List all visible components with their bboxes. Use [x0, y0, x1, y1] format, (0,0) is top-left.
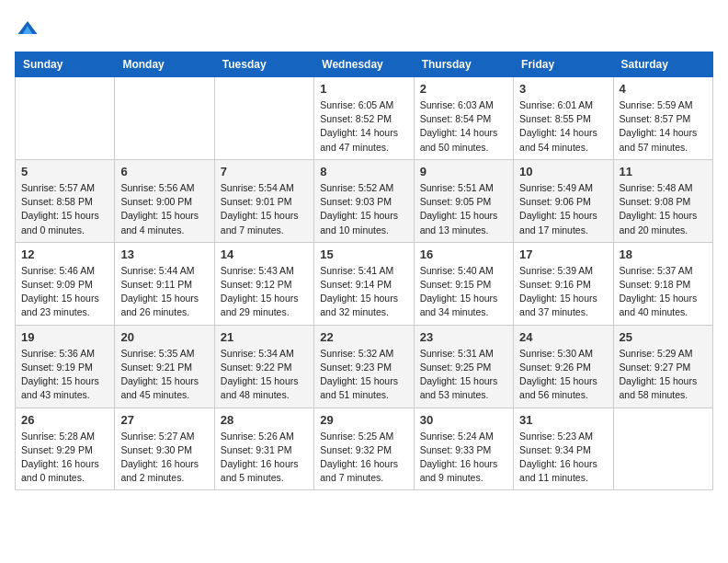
- day-number: 31: [519, 413, 607, 427]
- weekday-header: Wednesday: [314, 52, 414, 77]
- day-info: Sunrise: 5:59 AMSunset: 8:57 PMDaylight:…: [620, 98, 707, 155]
- day-info: Sunrise: 5:34 AMSunset: 9:22 PMDaylight:…: [221, 347, 308, 403]
- weekday-header: Thursday: [414, 52, 513, 77]
- calendar-cell: 2Sunrise: 6:03 AMSunset: 8:54 PMDaylight…: [414, 77, 513, 160]
- day-number: 4: [620, 82, 707, 96]
- calendar-cell: 23Sunrise: 5:31 AMSunset: 9:25 PMDayligh…: [414, 325, 513, 408]
- calendar-cell: 18Sunrise: 5:37 AMSunset: 9:18 PMDayligh…: [613, 242, 712, 325]
- day-info: Sunrise: 5:31 AMSunset: 9:25 PMDaylight:…: [420, 347, 507, 403]
- day-info: Sunrise: 5:28 AMSunset: 9:29 PMDaylight:…: [21, 430, 108, 486]
- day-number: 21: [221, 330, 308, 344]
- calendar-cell: 6Sunrise: 5:56 AMSunset: 9:00 PMDaylight…: [115, 159, 214, 242]
- day-number: 1: [320, 82, 407, 96]
- day-number: 17: [519, 247, 607, 261]
- day-number: 13: [120, 247, 208, 261]
- day-number: 3: [519, 82, 607, 96]
- calendar-cell: 15Sunrise: 5:41 AMSunset: 9:14 PMDayligh…: [314, 242, 414, 325]
- calendar-cell: 8Sunrise: 5:52 AMSunset: 9:03 PMDaylight…: [314, 159, 414, 242]
- day-number: 8: [320, 165, 407, 178]
- calendar-cell: [214, 77, 313, 160]
- day-number: 14: [221, 247, 308, 261]
- day-info: Sunrise: 5:39 AMSunset: 9:16 PMDaylight:…: [519, 264, 607, 320]
- calendar-cell: 11Sunrise: 5:48 AMSunset: 9:08 PMDayligh…: [613, 159, 712, 242]
- logo-icon: [15, 15, 40, 40]
- weekday-header: Monday: [115, 52, 214, 77]
- day-info: Sunrise: 6:03 AMSunset: 8:54 PMDaylight:…: [420, 98, 507, 155]
- day-number: 10: [519, 165, 607, 178]
- calendar-cell: 13Sunrise: 5:44 AMSunset: 9:11 PMDayligh…: [115, 242, 214, 325]
- day-info: Sunrise: 5:35 AMSunset: 9:21 PMDaylight:…: [120, 347, 208, 403]
- day-number: 9: [420, 165, 507, 178]
- weekday-header: Saturday: [613, 52, 712, 77]
- day-number: 5: [21, 165, 108, 178]
- day-number: 11: [620, 165, 707, 178]
- day-number: 30: [420, 413, 507, 427]
- day-info: Sunrise: 5:52 AMSunset: 9:03 PMDaylight:…: [320, 181, 407, 237]
- day-number: 6: [120, 165, 208, 178]
- calendar-cell: 7Sunrise: 5:54 AMSunset: 9:01 PMDaylight…: [214, 159, 313, 242]
- calendar-cell: 4Sunrise: 5:59 AMSunset: 8:57 PMDaylight…: [613, 77, 712, 160]
- day-number: 2: [420, 82, 507, 96]
- calendar-cell: 24Sunrise: 5:30 AMSunset: 9:26 PMDayligh…: [514, 325, 613, 408]
- calendar-cell: 31Sunrise: 5:23 AMSunset: 9:34 PMDayligh…: [514, 408, 613, 490]
- day-number: 15: [320, 247, 407, 261]
- day-number: 18: [620, 247, 707, 261]
- calendar-cell: 29Sunrise: 5:25 AMSunset: 9:32 PMDayligh…: [314, 408, 414, 490]
- calendar-cell: 14Sunrise: 5:43 AMSunset: 9:12 PMDayligh…: [214, 242, 313, 325]
- day-number: 19: [21, 330, 108, 344]
- day-info: Sunrise: 6:05 AMSunset: 8:52 PMDaylight:…: [320, 98, 407, 155]
- day-info: Sunrise: 5:24 AMSunset: 9:33 PMDaylight:…: [420, 430, 507, 486]
- day-number: 29: [320, 413, 407, 427]
- weekday-header: Sunday: [16, 52, 115, 77]
- calendar-table: SundayMondayTuesdayWednesdayThursdayFrid…: [15, 52, 713, 490]
- calendar-week-row: 1Sunrise: 6:05 AMSunset: 8:52 PMDaylight…: [16, 77, 713, 160]
- day-info: Sunrise: 5:37 AMSunset: 9:18 PMDaylight:…: [620, 264, 707, 320]
- calendar-week-row: 19Sunrise: 5:36 AMSunset: 9:19 PMDayligh…: [16, 325, 713, 408]
- day-number: 27: [120, 413, 208, 427]
- day-info: Sunrise: 5:30 AMSunset: 9:26 PMDaylight:…: [519, 347, 607, 403]
- day-info: Sunrise: 5:48 AMSunset: 9:08 PMDaylight:…: [620, 181, 707, 237]
- page-header: [15, 15, 713, 40]
- day-info: Sunrise: 5:43 AMSunset: 9:12 PMDaylight:…: [221, 264, 308, 320]
- day-info: Sunrise: 6:01 AMSunset: 8:55 PMDaylight:…: [519, 98, 607, 155]
- calendar-cell: 3Sunrise: 6:01 AMSunset: 8:55 PMDaylight…: [514, 77, 613, 160]
- day-info: Sunrise: 5:49 AMSunset: 9:06 PMDaylight:…: [519, 181, 607, 237]
- calendar-cell: 27Sunrise: 5:27 AMSunset: 9:30 PMDayligh…: [115, 408, 214, 490]
- day-info: Sunrise: 5:54 AMSunset: 9:01 PMDaylight:…: [221, 181, 308, 237]
- day-info: Sunrise: 5:27 AMSunset: 9:30 PMDaylight:…: [120, 430, 208, 486]
- logo: [15, 15, 44, 40]
- calendar-cell: 10Sunrise: 5:49 AMSunset: 9:06 PMDayligh…: [514, 159, 613, 242]
- day-info: Sunrise: 5:36 AMSunset: 9:19 PMDaylight:…: [21, 347, 108, 403]
- day-info: Sunrise: 5:26 AMSunset: 9:31 PMDaylight:…: [221, 430, 308, 486]
- calendar-cell: 12Sunrise: 5:46 AMSunset: 9:09 PMDayligh…: [16, 242, 115, 325]
- day-number: 25: [620, 330, 707, 344]
- calendar-cell: 16Sunrise: 5:40 AMSunset: 9:15 PMDayligh…: [414, 242, 513, 325]
- day-info: Sunrise: 5:29 AMSunset: 9:27 PMDaylight:…: [620, 347, 707, 403]
- day-number: 16: [420, 247, 507, 261]
- calendar-header: SundayMondayTuesdayWednesdayThursdayFrid…: [16, 52, 713, 77]
- calendar-cell: [613, 408, 712, 490]
- day-info: Sunrise: 5:25 AMSunset: 9:32 PMDaylight:…: [320, 430, 407, 486]
- calendar-cell: 21Sunrise: 5:34 AMSunset: 9:22 PMDayligh…: [214, 325, 313, 408]
- calendar-cell: 19Sunrise: 5:36 AMSunset: 9:19 PMDayligh…: [16, 325, 115, 408]
- day-info: Sunrise: 5:40 AMSunset: 9:15 PMDaylight:…: [420, 264, 507, 320]
- calendar-week-row: 12Sunrise: 5:46 AMSunset: 9:09 PMDayligh…: [16, 242, 713, 325]
- calendar-cell: [115, 77, 214, 160]
- calendar-body: 1Sunrise: 6:05 AMSunset: 8:52 PMDaylight…: [16, 77, 713, 490]
- calendar-cell: 5Sunrise: 5:57 AMSunset: 8:58 PMDaylight…: [16, 159, 115, 242]
- weekday-header: Tuesday: [214, 52, 313, 77]
- weekday-row: SundayMondayTuesdayWednesdayThursdayFrid…: [16, 52, 713, 77]
- calendar-cell: 30Sunrise: 5:24 AMSunset: 9:33 PMDayligh…: [414, 408, 513, 490]
- day-number: 12: [21, 247, 108, 261]
- day-info: Sunrise: 5:46 AMSunset: 9:09 PMDaylight:…: [21, 264, 108, 320]
- day-number: 7: [221, 165, 308, 178]
- calendar-cell: 1Sunrise: 6:05 AMSunset: 8:52 PMDaylight…: [314, 77, 414, 160]
- day-info: Sunrise: 5:51 AMSunset: 9:05 PMDaylight:…: [420, 181, 507, 237]
- calendar-cell: 28Sunrise: 5:26 AMSunset: 9:31 PMDayligh…: [214, 408, 313, 490]
- calendar-cell: 25Sunrise: 5:29 AMSunset: 9:27 PMDayligh…: [613, 325, 712, 408]
- weekday-header: Friday: [514, 52, 613, 77]
- day-info: Sunrise: 5:44 AMSunset: 9:11 PMDaylight:…: [120, 264, 208, 320]
- day-number: 20: [120, 330, 208, 344]
- calendar-cell: [16, 77, 115, 160]
- calendar-cell: 22Sunrise: 5:32 AMSunset: 9:23 PMDayligh…: [314, 325, 414, 408]
